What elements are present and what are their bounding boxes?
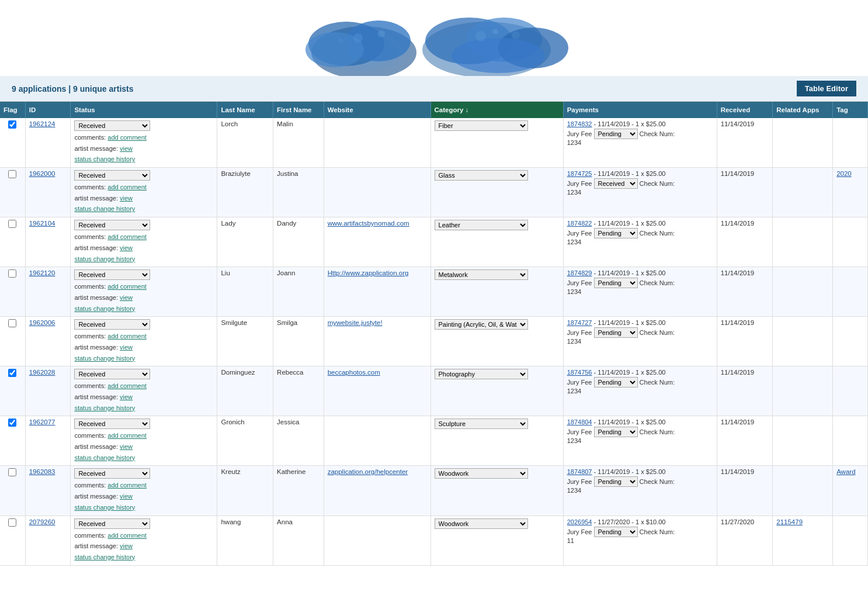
payment-id-link[interactable]: 1874727 [567, 319, 592, 326]
website-link[interactable]: zapplication.org/helpcenter [328, 468, 408, 475]
jury-fee-select[interactable]: Pending [594, 476, 638, 487]
add-comment-link[interactable]: add comment [107, 532, 147, 539]
id-link[interactable]: 1962083 [29, 468, 55, 475]
status-change-history-link[interactable]: status change history [74, 255, 135, 262]
id-link[interactable]: 1962006 [29, 319, 55, 326]
payment-id-link[interactable]: 1874832 [567, 120, 592, 127]
add-comment-link[interactable]: add comment [107, 382, 147, 389]
table-editor-button[interactable]: Table Editor [797, 81, 856, 96]
flag-checkbox[interactable] [8, 269, 16, 278]
add-comment-link[interactable]: add comment [107, 432, 147, 439]
status-select[interactable]: Received [74, 220, 150, 230]
status-change-history-link[interactable]: status change history [74, 404, 135, 411]
flag-checkbox[interactable] [8, 120, 16, 129]
received-cell: 11/14/2019 [717, 317, 773, 366]
jury-fee-select[interactable]: Pending [594, 527, 638, 537]
add-comment-link[interactable]: add comment [107, 233, 147, 240]
status-change-history-link[interactable]: status change history [74, 155, 135, 162]
flag-checkbox[interactable] [8, 170, 16, 178]
category-select[interactable]: Woodwork [435, 518, 528, 529]
status-select[interactable]: Received [74, 468, 150, 479]
add-comment-link[interactable]: add comment [107, 482, 147, 489]
category-select[interactable]: Sculpture [435, 418, 528, 429]
flag-cell [0, 466, 25, 516]
flag-checkbox[interactable] [8, 220, 16, 228]
id-link[interactable]: 1962104 [29, 220, 55, 227]
col-header-website: Website [324, 102, 430, 118]
payment-id-link[interactable]: 1874725 [567, 170, 592, 177]
tag-link[interactable]: Award [836, 468, 855, 475]
id-link[interactable]: 1962000 [29, 170, 55, 177]
tag-link[interactable]: 2020 [836, 170, 852, 177]
status-select[interactable]: Received [74, 170, 150, 181]
flag-checkbox[interactable] [8, 369, 16, 377]
comments-label: comments: [74, 134, 107, 141]
jury-fee-select[interactable]: Received [594, 178, 638, 189]
add-comment-link[interactable]: add comment [107, 184, 147, 191]
status-change-history-link[interactable]: status change history [74, 454, 135, 461]
jury-fee-select[interactable]: Pending [594, 278, 638, 288]
status-select[interactable]: Received [74, 369, 150, 379]
category-select[interactable]: Photography [435, 369, 528, 379]
flag-checkbox[interactable] [8, 518, 16, 527]
category-select[interactable]: Metalwork [435, 269, 528, 280]
website-link[interactable]: mywebsite.justyte! [328, 319, 383, 326]
status-change-history-link[interactable]: status change history [74, 355, 135, 362]
website-link[interactable]: Http://www.zapplication.org [328, 269, 409, 276]
jury-fee-select[interactable]: Pending [594, 228, 638, 238]
payment-id-link[interactable]: 2026954 [567, 518, 592, 525]
category-select[interactable]: Glass [435, 170, 528, 181]
view-link[interactable]: view [120, 294, 133, 301]
status-change-history-link[interactable]: status change history [74, 205, 135, 212]
view-link[interactable]: view [120, 145, 133, 152]
category-select[interactable]: Fiber [435, 120, 528, 131]
jury-fee-select[interactable]: Pending [594, 377, 638, 388]
status-change-history-link[interactable]: status change history [74, 504, 135, 511]
jury-fee-select[interactable]: Pending [594, 427, 638, 437]
website-link[interactable]: www.artifactsbynomad.com [328, 220, 409, 227]
payment-id-link[interactable]: 1874822 [567, 220, 592, 227]
status-change-history-link[interactable]: status change history [74, 554, 135, 561]
view-link[interactable]: view [120, 195, 133, 202]
related-apps-link[interactable]: 2115479 [776, 518, 803, 525]
category-select[interactable]: Woodwork [435, 468, 528, 479]
jury-fee-select[interactable]: Pending [594, 327, 638, 338]
view-link[interactable]: view [120, 542, 133, 549]
flag-checkbox[interactable] [8, 418, 16, 427]
website-link[interactable]: beccaphotos.com [328, 369, 380, 376]
id-link[interactable]: 2079260 [29, 518, 55, 525]
col-header-status: Status [71, 102, 217, 118]
lastname-cell: Dominguez [217, 366, 273, 416]
payment-id-link[interactable]: 1874804 [567, 418, 592, 426]
status-select[interactable]: Received [74, 418, 150, 429]
payment-id-link[interactable]: 1874807 [567, 468, 592, 475]
payment-id-link[interactable]: 1874829 [567, 269, 592, 276]
status-select[interactable]: Received [74, 269, 150, 280]
jury-fee-select[interactable]: Pending [594, 129, 638, 139]
add-comment-link[interactable]: add comment [107, 283, 147, 290]
flag-checkbox[interactable] [8, 468, 16, 476]
id-link[interactable]: 1962028 [29, 369, 55, 376]
status-select[interactable]: Received [74, 518, 150, 529]
lastname-cell: hwang [217, 516, 273, 565]
payments-cell: 1874756 - 11/14/2019 - 1 x $25.00Jury Fe… [563, 366, 717, 416]
category-select[interactable]: Painting (Acrylic, Oil, & Watercolor) [435, 319, 528, 330]
view-link[interactable]: view [120, 393, 133, 400]
view-link[interactable]: view [120, 493, 133, 500]
payments-cell: 1874804 - 11/14/2019 - 1 x $25.00Jury Fe… [563, 416, 717, 466]
status-change-history-link[interactable]: status change history [74, 305, 135, 312]
view-link[interactable]: view [120, 344, 133, 351]
id-link[interactable]: 1962120 [29, 269, 55, 276]
id-link[interactable]: 1962077 [29, 418, 55, 426]
id-link[interactable]: 1962124 [29, 120, 55, 127]
add-comment-link[interactable]: add comment [107, 134, 147, 141]
category-select[interactable]: Leather [435, 220, 528, 230]
status-select[interactable]: Received [74, 120, 150, 131]
view-link[interactable]: view [120, 244, 133, 251]
payment-id-link[interactable]: 1874756 [567, 369, 592, 376]
flag-checkbox[interactable] [8, 319, 16, 327]
col-header-category[interactable]: Category ↓ [430, 102, 563, 118]
view-link[interactable]: view [120, 443, 133, 450]
status-select[interactable]: Received [74, 319, 150, 330]
add-comment-link[interactable]: add comment [107, 333, 147, 340]
